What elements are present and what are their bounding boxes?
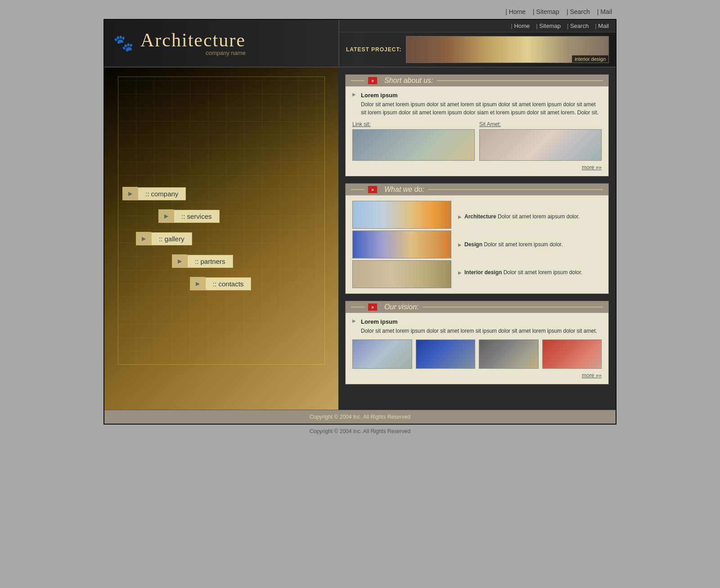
nav-item-contacts[interactable]: :: contacts [122,277,320,290]
about-header-icon: » [368,77,377,84]
about-body: Dolor sit amet lorem ipsum dolor sit ame… [361,100,602,117]
outer-nav-search[interactable]: Search [567,8,590,15]
nav-arrow-services [158,209,174,223]
service-text-1: Architecture Dolor sit amet lorem aipsum… [464,213,580,221]
header-line-right-3 [422,307,603,308]
header-left: 🐾 Architecture company name [104,20,338,67]
service-item-3: ▶ Interior design Dolor sit amet lorem i… [458,269,602,276]
nav-arrow-contacts [190,277,205,290]
site-header: 🐾 Architecture company name Home Sitemap… [104,20,616,68]
vision-header-icon: » [368,303,377,311]
header-line-right-1 [437,80,603,81]
content-area: :: company :: services :: gallery :: par… [104,68,616,410]
nav-label-contacts: :: contacts [205,277,251,290]
logo-text: Architecture company name [140,31,246,56]
nav-items: :: company :: services :: gallery :: par… [104,68,338,410]
top-nav-bar: Home Sitemap Search Mail [339,20,616,32]
short-about-content: ▶ Lorem ipsum Dolor sit amet lorem ipsum… [346,86,608,176]
vision-bullet: ▶ [352,318,356,323]
nav-arrow-company [122,187,138,200]
our-vision-header: » Our vision: [346,301,608,313]
outer-footer-copyright: Copyright © 2004 Inc. All Rights Reserve… [310,428,410,434]
paw-icon: 🐾 [113,34,134,53]
nav-sitemap[interactable]: Sitemap [536,23,561,29]
latest-project-label: LATEST PROJECT: [346,46,401,53]
our-vision-content: ▶ Lorem ipsum Dolor sit amet lorem ipsum… [346,313,608,384]
outer-nav-home[interactable]: Home [505,8,526,15]
about-text-block: Lorem ipsum Dolor sit amet lorem ipsum d… [361,92,602,117]
header-line-right-2 [428,189,603,190]
what-we-do-content: ▶ Architecture Dolor sit amet lorem aips… [346,195,608,294]
header-line-left-2 [351,189,364,190]
nav-item-company[interactable]: :: company [122,187,320,200]
nav-arrow-gallery [136,232,151,245]
service-thumb-3 [352,260,451,288]
nav-item-gallery[interactable]: :: gallery [122,232,320,245]
about-bullet: ▶ [352,92,356,97]
header-right: Home Sitemap Search Mail LATEST PROJECT:… [338,20,616,67]
nav-home[interactable]: Home [511,23,530,29]
service-thumb-2 [352,231,451,258]
left-panel: :: company :: services :: gallery :: par… [104,68,338,410]
outer-footer: Copyright © 2004 Inc. All Rights Reserve… [104,425,616,438]
nav-label-services: :: services [174,210,220,223]
nav-arrow-partners [172,254,187,268]
short-about-box: » Short about us: ▶ Lorem ipsum Dolor si… [345,74,609,176]
main-frame: 🐾 Architecture company name Home Sitemap… [104,19,616,425]
nav-item-services[interactable]: :: services [122,209,320,223]
latest-project: LATEST PROJECT: interior design [339,32,616,67]
service-thumb-1 [352,201,451,229]
service-text-2: Design Dolor sit amet lorem ipsum dolor. [464,241,563,249]
vision-bold: Lorem ipsum [361,318,597,325]
about-thumb-img-2 [479,129,602,161]
what-we-do-title: What we do: [384,185,424,194]
short-about-title: Short about us: [384,77,433,85]
site-footer: Copyright © 2004 Inc. All Rights Reserve… [104,410,616,424]
what-we-do-box: » What we do: ▶ Archit [345,183,609,294]
vision-text-block: Lorem ipsum Dolor sit amet lorem ipsum d… [361,318,597,335]
short-about-header: » Short about us: [346,75,608,86]
service-text-3: Interior design Dolor sit amet lorem ips… [464,269,582,276]
vision-thumb-3 [479,339,539,369]
about-more-link[interactable]: more »» [352,164,602,171]
nav-label-company: :: company [138,187,186,200]
about-link1-label[interactable]: Link sit: [352,121,475,127]
our-vision-box: » Our vision: ▶ Lorem ipsum Dolor sit am… [345,301,609,384]
outer-nav-sitemap[interactable]: Sitemap [533,8,559,15]
vision-thumb-4 [542,339,602,369]
service-item-2: ▶ Design Dolor sit amet lorem ipsum dolo… [458,241,602,249]
latest-project-caption: interior design [572,55,608,63]
top-nav-outer: Home Sitemap Search Mail [104,5,616,19]
vision-thumbnails [352,339,602,369]
nav-label-gallery: :: gallery [151,232,192,245]
what-we-do-header: » What we do: [346,184,608,195]
service-item-1: ▶ Architecture Dolor sit amet lorem aips… [458,213,602,221]
about-link2-label[interactable]: Sit Amet: [479,121,602,127]
service-bullet-3: ▶ [458,270,462,276]
vision-more-link[interactable]: more »» [352,372,602,379]
nav-mail[interactable]: Mail [595,23,609,29]
latest-project-image: interior design [406,36,609,63]
outer-nav-mail[interactable]: Mail [597,8,612,15]
vision-body: Dolor sit amet lorem ipsum dolor sit ame… [361,327,597,335]
header-line-left-3 [351,307,364,308]
whatwedo-header-icon: » [368,186,377,193]
site-title: Architecture [140,31,246,50]
nav-search[interactable]: Search [567,23,589,29]
nav-item-partners[interactable]: :: partners [122,254,320,268]
right-panel: » Short about us: ▶ Lorem ipsum Dolor si… [338,68,616,410]
about-images: Link sit: Sit Amet: [352,121,602,161]
about-bold: Lorem ipsum [361,92,602,99]
our-vision-title: Our vision: [384,303,418,311]
about-thumb-img-1 [352,129,475,161]
about-thumb-2: Sit Amet: [479,121,602,161]
vision-thumb-2 [416,339,476,369]
vision-thumb-1 [352,339,412,369]
nav-label-partners: :: partners [187,255,233,268]
service-bullet-2: ▶ [458,242,462,248]
header-line-left-1 [351,80,364,81]
footer-copyright: Copyright © 2004 Inc. All Rights Reserve… [310,414,410,420]
service-bullet-1: ▶ [458,214,462,220]
services-text: ▶ Architecture Dolor sit amet lorem aips… [458,201,602,288]
site-subtitle: company name [140,50,246,56]
